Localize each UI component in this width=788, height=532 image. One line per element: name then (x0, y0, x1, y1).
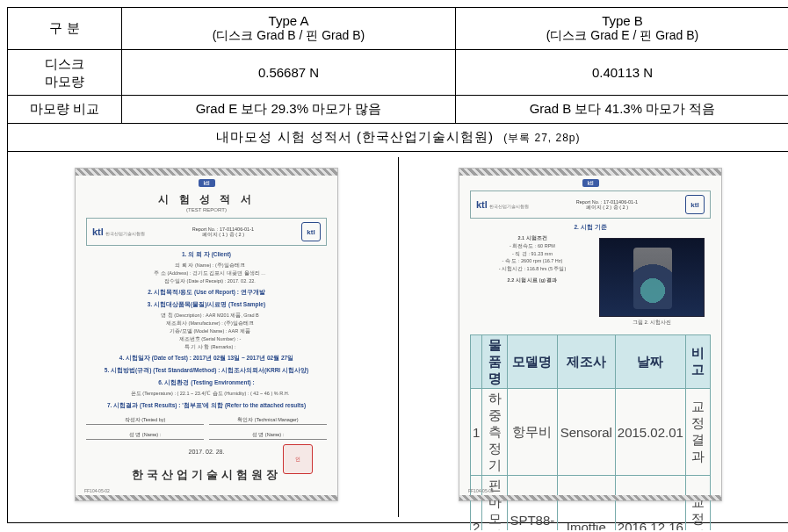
disc-wear-label-1: 디스크 (15, 55, 114, 73)
sig-author-value: 성 명 (Name) : (86, 432, 204, 440)
cond-line: - 속 도 : 2600 rpm (16.7 Hz) (470, 257, 588, 265)
reports-row: ktl 시 험 성 적 서 (TEST REPORT) ktl한국산업기술시험원… (8, 152, 789, 523)
test-report-page-1: ktl 시 험 성 적 서 (TEST REPORT) ktl한국산업기술시험원… (75, 168, 338, 501)
type-a-subtitle: (디스크 Grad B / 핀 Grad B) (129, 28, 448, 44)
doc-bottom-border (459, 495, 721, 500)
compare-type-a: Grad E 보다 29.3% 마모가 많음 (122, 96, 456, 124)
section-heading: 6. 시험환경 (Testing Environment) : (86, 379, 327, 387)
type-b-title: Type B (463, 13, 782, 28)
compare-label: 마모량 비교 (8, 96, 122, 124)
table-row: 2핀마모 시험기SPT88-1TSImotfie2016.12.16교정결과 (471, 476, 711, 531)
header-row: 구 분 Type A (디스크 Grad B / 핀 Grad B) Type … (8, 8, 789, 50)
report-title-cell: 내마모성 시험 성적서 (한국산업기술시험원) (부록 27, 28p) (8, 124, 789, 152)
section-heading: 2. 시험목적/용도 (Use of Report) : 연구개발 (86, 289, 327, 297)
signature-values: 성 명 (Name) : 성 명 (Name) : (86, 432, 327, 440)
type-b-subtitle: (디스크 Grad E / 핀 Grad B) (463, 28, 782, 44)
equipment-table: 물품명모델명제조사날짜비고1하중측정기항무비Sensoral2015.02.01… (470, 334, 711, 530)
compare-row: 마모량 비교 Grad E 보다 29.3% 마모가 많음 Grad B 보다 … (8, 96, 789, 124)
test-photo (599, 238, 705, 317)
ktl-logo-icon: ktl한국산업기술시험원 (476, 199, 529, 210)
report-meta: Report No. : 17-011406-01-1 페이지 ( 2 ) 중 … (576, 199, 638, 211)
ktl-tag-icon: ktl (199, 179, 215, 187)
doc-top-border (459, 169, 721, 176)
section-heading: 1. 의 뢰 자 (Client) (86, 251, 327, 259)
report-right-container: ktl ktl한국산업기술시험원 Report No. : 17-011406-… (398, 157, 782, 517)
section-heading: 5. 시험방법(규격) (Test Standard/Method) : 시험조… (86, 367, 327, 375)
compare-type-b: Grad B 보다 41.3% 마모가 적음 (456, 96, 789, 124)
cond-line: - 시험시간 : 116.8 hrs (5 주일) (470, 265, 588, 273)
disc-wear-type-b: 0.40113 N (456, 50, 789, 96)
disc-wear-row: 디스크 마모량 0.56687 N 0.40113 N (8, 50, 789, 96)
ktl-header-row: ktl한국산업기술시험원 Report No. : 17-011406-01-1… (86, 218, 327, 246)
foot-code: FF104-05-05 (468, 488, 494, 493)
ktl-header-row: ktl한국산업기술시험원 Report No. : 17-011406-01-1… (470, 191, 711, 219)
section-heading: 4. 시험일자 (Date of Test) : 2017년 02월 13일 ~… (86, 355, 327, 363)
disc-wear-label: 디스크 마모량 (8, 50, 122, 96)
report-title-row: 내마모성 시험 성적서 (한국산업기술시험원) (부록 27, 28p) (8, 124, 789, 152)
table-row: 1하중측정기항무비Sensoral2015.02.01교정결과 (471, 389, 711, 476)
section-line: 접수일자 (Date of Receipt) : 2017. 02. 22. (86, 277, 327, 285)
photo-caption: 그림 2. 시험사진 (593, 319, 711, 327)
reports-cell: ktl 시 험 성 적 서 (TEST REPORT) ktl한국산업기술시험원… (8, 152, 789, 523)
header-category: 구 분 (8, 8, 122, 50)
sig-manager-label: 확인자 (Technical Manager) (209, 417, 327, 425)
report-left-container: ktl 시 험 성 적 서 (TEST REPORT) ktl한국산업기술시험원… (15, 157, 398, 517)
cond-heading: 2. 시험 기준 (470, 224, 711, 232)
ktl-tag-icon: ktl (582, 179, 599, 187)
report-title-main: 내마모성 시험 성적서 (한국산업기술시험원) (216, 129, 494, 144)
cond-sub: 2.1 시험조건 (470, 234, 588, 242)
disc-wear-type-a: 0.56687 N (122, 50, 456, 96)
section-line: 기종/모델 (Model Name) : AAR 제품 (86, 327, 327, 335)
doc-bottom-border (76, 495, 337, 500)
section-heading: 7. 시험결과 (Test Results) : '첨부표'에 의함 (Refe… (86, 402, 327, 410)
report-meta: Report No. : 17-011406-01-1 페이지 ( 1 ) 중 … (192, 226, 254, 238)
report-title-ko: 시 험 성 적 서 (86, 192, 327, 207)
foot-code: FF104-05-02 (84, 488, 110, 493)
cond-line: - 직 경 : 91.23 mm (470, 250, 588, 258)
cond-line: - 회전속도 : 60 RPM (470, 242, 588, 250)
section-line: 제조번호 (Serial Number) : - (86, 335, 327, 343)
section-line: 명 칭 (Description) : AAR M201 제품, Grad B (86, 312, 327, 320)
type-a-title: Type A (129, 13, 448, 28)
disc-wear-label-2: 마모량 (15, 73, 114, 90)
sig-manager-value: 성 명 (Name) : (209, 432, 327, 440)
cond2-sub: 2.2 시험 시료 (g) 결과 (470, 277, 588, 284)
section-line: 의 뢰 자 (Name) : (주)일승테크 (86, 262, 327, 270)
ktl-badge-icon: ktl (685, 195, 705, 214)
ktl-badge-icon: ktl (301, 222, 321, 241)
section-heading: 3. 시험대상품목(물질)/시료명 (Test Sample) (86, 301, 327, 309)
section-line: 특 기 사 항 (Remarks) : (86, 343, 327, 351)
ktl-logo-icon: ktl한국산업기술시험원 (92, 226, 145, 237)
report-title-suffix: (부록 27, 28p) (503, 132, 580, 144)
header-type-a: Type A (디스크 Grad B / 핀 Grad B) (122, 8, 456, 50)
test-report-page-2: ktl ktl한국산업기술시험원 Report No. : 17-011406-… (459, 168, 722, 501)
report-title-en: (TEST REPORT) (86, 207, 327, 212)
signature-row: 작성자 (Tested by) 확인자 (Technical Manager) (86, 417, 327, 425)
doc-top-border (76, 169, 337, 176)
official-stamp-icon: 인 (283, 444, 313, 474)
sig-author-label: 작성자 (Tested by) (86, 417, 204, 425)
header-type-b: Type B (디스크 Grad E / 핀 Grad B) (456, 8, 789, 50)
section-line: 제조회사 (Manufacturer) : (주)일승테크 (86, 320, 327, 327)
wear-test-table: 구 분 Type A (디스크 Grad B / 핀 Grad B) Type … (7, 7, 788, 523)
section-line: 주 소 (Address) : 경기도 김포시 대곶면 율생리 … (86, 270, 327, 277)
section-line: 온도 (Temperature) : ( 22.1 ~ 23.4)℃ 습도 (H… (86, 390, 327, 398)
